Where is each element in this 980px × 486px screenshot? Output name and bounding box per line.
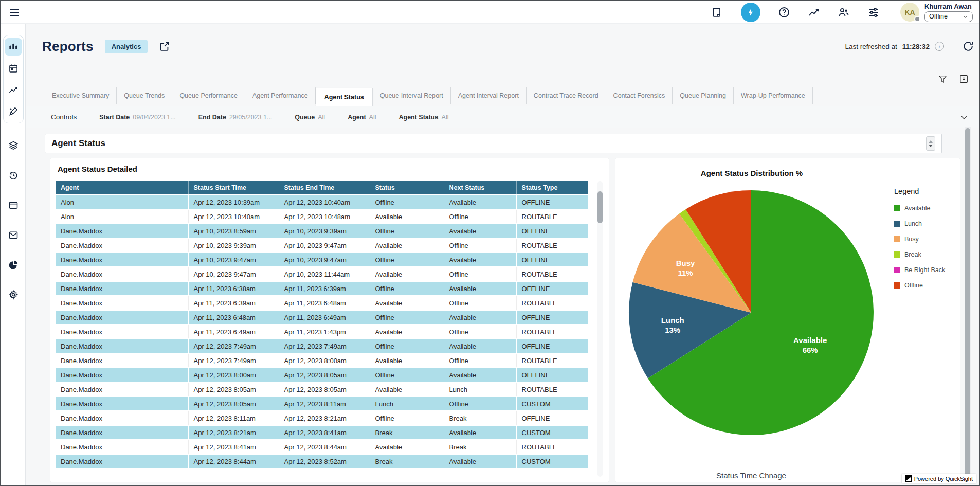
table-row[interactable]: Dane.MaddoxApr 12, 2023 8:05amApr 12, 20… <box>56 382 588 397</box>
table-row[interactable]: Dane.MaddoxApr 11, 2023 6:49amApr 11, 20… <box>56 325 588 339</box>
layers-icon <box>8 140 19 151</box>
table-row[interactable]: Dane.MaddoxApr 10, 2023 8:59amApr 10, 20… <box>56 224 588 238</box>
sidebar-item-layers[interactable] <box>5 137 22 154</box>
table-cell: Apr 11, 2023 6:49am <box>279 310 370 325</box>
table-cell: Apr 12, 2023 10:40am <box>279 195 370 209</box>
table-row[interactable]: Dane.MaddoxApr 12, 2023 7:49amApr 12, 20… <box>56 353 588 368</box>
table-cell: Apr 10, 2023 11:44am <box>279 267 370 281</box>
tab-queue-performance[interactable]: Queue Performance <box>172 87 245 104</box>
table-cell: Break <box>370 425 444 440</box>
table-cell: Apr 12, 2023 8:44am <box>188 454 279 469</box>
line-chart-icon <box>8 85 19 95</box>
tab-wrap-up-performance[interactable]: Wrap-Up Performance <box>734 87 813 104</box>
table-row[interactable]: Dane.MaddoxApr 11, 2023 6:48amApr 11, 20… <box>56 310 588 325</box>
sidebar-item-reports[interactable] <box>5 38 22 56</box>
sidebar-item-mail[interactable] <box>5 226 22 244</box>
info-icon[interactable]: i <box>935 42 944 51</box>
sidebar-item-pie-reports[interactable] <box>5 256 22 274</box>
filter-icon[interactable] <box>938 74 948 84</box>
control-queue[interactable]: QueueAll <box>295 114 325 121</box>
legend-item-break[interactable]: Break <box>894 251 945 258</box>
column-header[interactable]: Status End Time <box>279 181 370 195</box>
page-scrollbar[interactable] <box>965 127 971 483</box>
sidebar-item-history[interactable] <box>5 167 22 184</box>
table-cell: Apr 11, 2023 6:48am <box>188 310 279 325</box>
page-scrollbar-thumb[interactable] <box>965 128 970 480</box>
tab-queue-trends[interactable]: Queue Trends <box>117 87 172 104</box>
help-icon[interactable] <box>778 6 790 19</box>
tab-contract-trace-record[interactable]: Contract Trace Record <box>527 87 606 104</box>
status-dropdown[interactable]: Offline <box>924 11 973 22</box>
table-cell: OFFLINE <box>516 281 588 296</box>
table-row[interactable]: Dane.MaddoxApr 12, 2023 7:49amApr 12, 20… <box>56 339 588 353</box>
tab-contact-forensics[interactable]: Contact Forensics <box>606 87 673 104</box>
tab-agent-status[interactable]: Agent Status <box>316 88 373 107</box>
avatar[interactable]: KA <box>900 3 919 22</box>
table-row[interactable]: Dane.MaddoxApr 12, 2023 8:41amApr 12, 20… <box>56 440 588 454</box>
legend-item-be-right-back[interactable]: Be Right Back <box>894 266 945 274</box>
table-row[interactable]: AlonApr 12, 2023 10:40amApr 12, 2023 10:… <box>56 209 588 224</box>
analytics-chart-icon[interactable] <box>808 6 820 19</box>
sidebar-group <box>3 35 24 123</box>
external-link-icon[interactable] <box>159 41 170 52</box>
control-agent[interactable]: AgentAll <box>348 114 376 121</box>
section-spinner[interactable] <box>926 136 935 151</box>
powered-by-text: Powered by QuickSight <box>914 476 973 482</box>
column-header[interactable]: Status Start Time <box>188 181 279 195</box>
column-header[interactable]: Agent <box>56 181 188 195</box>
column-header[interactable]: Status <box>370 181 444 195</box>
table-row[interactable]: Dane.MaddoxApr 12, 2023 8:05amApr 12, 20… <box>56 397 588 411</box>
sidebar-item-settings[interactable] <box>5 286 22 303</box>
refresh-icon[interactable] <box>963 41 974 52</box>
control-start-date[interactable]: Start Date09/04/2023 1... <box>99 114 175 121</box>
controls-label[interactable]: Controls <box>51 113 77 121</box>
agents-icon[interactable] <box>838 6 850 19</box>
legend-swatch <box>894 236 900 242</box>
lightning-icon[interactable] <box>741 3 760 22</box>
tab-executive-summary[interactable]: Executive Summary <box>45 87 117 104</box>
table-row[interactable]: Dane.MaddoxApr 10, 2023 9:39amApr 10, 20… <box>56 238 588 253</box>
table-cell: Offline <box>370 339 444 353</box>
analytics-badge[interactable]: Analytics <box>105 40 148 53</box>
tab-queue-planning[interactable]: Queue Planning <box>673 87 734 104</box>
control-agent-status[interactable]: Agent StatusAll <box>398 114 448 121</box>
sidebar-item-window[interactable] <box>5 196 22 214</box>
table-row[interactable]: Dane.MaddoxApr 10, 2023 9:47amApr 10, 20… <box>56 267 588 281</box>
table-cell: Apr 12, 2023 8:05am <box>188 382 279 397</box>
legend-item-busy[interactable]: Busy <box>894 236 945 243</box>
table-row[interactable]: Dane.MaddoxApr 12, 2023 8:44amApr 12, 20… <box>56 454 588 469</box>
legend-item-available[interactable]: Available <box>894 205 945 212</box>
tab-agent-interval-report[interactable]: Agent Interval Report <box>451 87 527 104</box>
table-row[interactable]: Dane.MaddoxApr 10, 2023 9:47amApr 10, 20… <box>56 253 588 267</box>
tab-queue-interval-report[interactable]: Queue Interval Report <box>373 87 451 104</box>
control-end-date[interactable]: End Date29/05/2023 1... <box>198 114 273 121</box>
sidebar-item-schedule[interactable] <box>5 60 22 77</box>
settings-sliders-icon[interactable] <box>867 6 880 19</box>
table-row[interactable]: AlonApr 12, 2023 10:39amApr 12, 2023 10:… <box>56 195 588 209</box>
table-row[interactable]: Dane.MaddoxApr 12, 2023 8:00amApr 12, 20… <box>56 368 588 382</box>
table-row[interactable]: Dane.MaddoxApr 12, 2023 8:21amApr 12, 20… <box>56 425 588 440</box>
column-header[interactable]: Next Status <box>444 181 516 195</box>
table-cell: OFFLINE <box>516 224 588 238</box>
legend-item-offline[interactable]: Offline <box>894 282 945 289</box>
column-header[interactable]: Status Type <box>516 181 588 195</box>
quicksight-logo-icon <box>905 475 912 482</box>
table-cell: Apr 12, 2023 8:00am <box>279 353 370 368</box>
sidebar-item-trends[interactable] <box>5 81 22 99</box>
table-scrollbar[interactable] <box>597 181 603 477</box>
controls-collapse-chevron-icon[interactable] <box>959 113 969 124</box>
table-cell: Break <box>370 454 444 469</box>
document-icon[interactable] <box>711 6 723 19</box>
page-title: Reports <box>42 39 94 55</box>
table-row[interactable]: Dane.MaddoxApr 11, 2023 6:39amApr 11, 20… <box>56 296 588 310</box>
download-icon[interactable] <box>959 74 969 84</box>
sidebar-item-design[interactable] <box>5 103 22 120</box>
tab-agent-performance[interactable]: Agent Performance <box>245 87 316 104</box>
table-row[interactable]: Dane.MaddoxApr 12, 2023 8:11amApr 12, 20… <box>56 411 588 425</box>
table-row[interactable]: Dane.MaddoxApr 11, 2023 6:38amApr 11, 20… <box>56 281 588 296</box>
table-scrollbar-thumb[interactable] <box>597 191 603 223</box>
app-window: KA Khurram Awan Offline <box>0 0 980 486</box>
hamburger-menu-icon[interactable] <box>8 6 21 19</box>
legend-item-lunch[interactable]: Lunch <box>894 220 945 227</box>
table-cell: Available <box>370 267 444 281</box>
